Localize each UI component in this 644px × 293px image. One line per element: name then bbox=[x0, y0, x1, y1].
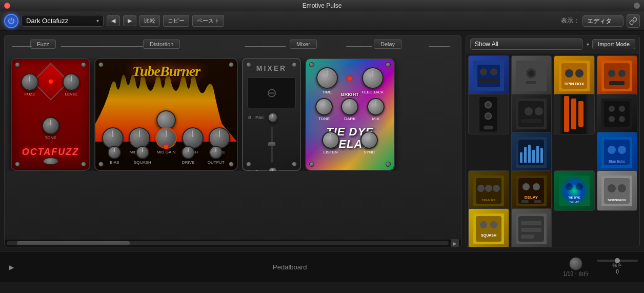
chain-labels: Fuzz Distortion Mixer Delay bbox=[5, 35, 461, 54]
td-tone-knob[interactable] bbox=[315, 98, 333, 115]
strength-thumb bbox=[615, 258, 620, 263]
thumbnail-compressor[interactable] bbox=[511, 208, 552, 247]
thumbnail-tall-dark[interactable] bbox=[554, 94, 595, 135]
tempo-knob[interactable] bbox=[569, 257, 582, 270]
fader-b-track[interactable] bbox=[271, 127, 273, 163]
link-button[interactable] bbox=[627, 14, 640, 28]
sync-knob[interactable] bbox=[360, 131, 378, 149]
output-knob[interactable] bbox=[209, 146, 223, 159]
mixer-pedal[interactable]: MIXER ⊖ B Pan A bbox=[242, 58, 301, 171]
show-all-select[interactable]: Show All bbox=[470, 38, 582, 50]
tone-knob[interactable] bbox=[42, 117, 59, 134]
squash-knob[interactable] bbox=[136, 146, 149, 159]
svg-rect-8 bbox=[526, 81, 536, 84]
svg-point-11 bbox=[565, 69, 573, 77]
copy-button[interactable]: コピー bbox=[163, 15, 189, 27]
thumbnail-blue-echo[interactable]: Blue Echo bbox=[597, 132, 638, 173]
bolt-bl bbox=[309, 162, 314, 167]
drive-knob[interactable] bbox=[182, 146, 195, 159]
bias-knob[interactable] bbox=[108, 146, 121, 159]
level-label: LEVEL bbox=[65, 92, 78, 96]
thumbnail-delay[interactable]: DELAY bbox=[511, 170, 552, 211]
import-mode-button[interactable]: Import Mode bbox=[592, 39, 635, 49]
pan-label-b: Pan bbox=[255, 115, 264, 120]
compare-button[interactable]: 比較 bbox=[139, 15, 160, 27]
next-preset-button[interactable]: ▶ bbox=[123, 15, 136, 26]
thumbnail-tiedye2[interactable]: TIE DYE DELAY bbox=[554, 170, 595, 211]
svg-rect-66 bbox=[521, 200, 529, 203]
thumbnail-gray[interactable] bbox=[511, 55, 552, 96]
thumbnail-black-tall[interactable] bbox=[468, 94, 509, 135]
thumbnail-spinbox[interactable]: SPIN BOX bbox=[554, 55, 595, 96]
svg-point-52 bbox=[608, 146, 616, 154]
close-button[interactable] bbox=[4, 3, 10, 9]
squash-label: SQUASH bbox=[134, 160, 151, 165]
minimize-button[interactable] bbox=[634, 3, 640, 9]
mixer-screen: ⊖ bbox=[247, 77, 296, 108]
strength-slider[interactable] bbox=[597, 260, 638, 262]
thumbnail-squash[interactable]: SQUASH bbox=[468, 208, 509, 247]
svg-text:DELAY: DELAY bbox=[569, 201, 579, 204]
svg-point-58 bbox=[485, 185, 492, 192]
output-label: OUTPUT bbox=[208, 160, 225, 165]
footswitch[interactable] bbox=[43, 158, 58, 165]
tempo-control: 1/10・自行 bbox=[564, 257, 589, 278]
listen-label: LISTEN bbox=[324, 150, 338, 154]
svg-text:Blue Echo: Blue Echo bbox=[609, 160, 625, 163]
mixer-icon: ⊖ bbox=[267, 86, 277, 100]
time-knob[interactable] bbox=[316, 67, 338, 89]
fader-b-area bbox=[243, 125, 300, 165]
svg-rect-49 bbox=[540, 148, 543, 163]
mix-knob[interactable] bbox=[367, 98, 385, 115]
pan-a-knob[interactable] bbox=[268, 167, 278, 171]
svg-rect-18 bbox=[609, 81, 625, 85]
title-bar: Emotive Pulse bbox=[0, 0, 644, 11]
mixer-chain-label: Mixer bbox=[290, 40, 317, 49]
thumbnail-dark1[interactable] bbox=[511, 94, 552, 135]
tubeburner-pedal[interactable]: TubeBurner bbox=[94, 58, 238, 171]
svg-rect-86 bbox=[521, 228, 541, 232]
octafuzz-pedal[interactable]: FUZZ LEVEL TONE OCTAFUZZ bbox=[11, 58, 90, 171]
svg-rect-37 bbox=[604, 101, 630, 127]
feedback-label: FEEDBACK bbox=[361, 90, 384, 94]
thumbnail-trifuzz[interactable]: TRI-FUZZ bbox=[468, 170, 509, 211]
thumbnail-vocoder[interactable] bbox=[468, 55, 509, 96]
tone-label: TONE bbox=[45, 135, 56, 140]
horizontal-scrollbar[interactable]: ▶ bbox=[5, 240, 461, 247]
feedback-knob[interactable] bbox=[362, 67, 384, 89]
svg-point-24 bbox=[486, 114, 491, 119]
view-select[interactable]: エディタ bbox=[582, 15, 623, 27]
right-panel-header: Show All ▾ Import Mode bbox=[466, 35, 639, 53]
svg-rect-33 bbox=[564, 96, 569, 132]
prev-preset-button[interactable]: ◀ bbox=[107, 15, 120, 26]
bolt-bl bbox=[246, 162, 251, 167]
svg-rect-67 bbox=[534, 200, 541, 203]
svg-point-70 bbox=[576, 183, 583, 190]
top-bar: Dark Octafuzz ▾ ◀ ▶ 比較 コピー ペースト 表示： エディタ bbox=[0, 11, 644, 31]
thumbnail-springbox[interactable]: SPRINGBOX bbox=[597, 170, 638, 211]
pan-b-knob[interactable] bbox=[268, 112, 278, 123]
play-button[interactable]: ▶ bbox=[6, 262, 16, 272]
scroll-right-button[interactable]: ▶ bbox=[451, 239, 459, 247]
tiedye-pedal[interactable]: TIME FEEDBACK BRIGHT TONE bbox=[305, 58, 395, 171]
listen-knob[interactable] bbox=[322, 131, 339, 149]
thumbnail-dark2[interactable] bbox=[597, 94, 638, 135]
paste-button[interactable]: ペースト bbox=[192, 15, 224, 27]
tiedye-led bbox=[348, 76, 352, 81]
svg-rect-34 bbox=[571, 99, 576, 129]
thumbnail-orange[interactable] bbox=[597, 55, 638, 96]
svg-point-81 bbox=[490, 221, 497, 228]
fuzz-label: FUZZ bbox=[25, 92, 35, 96]
level-knob[interactable] bbox=[63, 73, 80, 91]
preset-name-field[interactable]: Dark Octafuzz ▾ bbox=[22, 15, 104, 27]
fuzz-knob[interactable] bbox=[21, 73, 38, 91]
svg-rect-46 bbox=[528, 145, 531, 163]
thumbnail-eq[interactable] bbox=[511, 132, 552, 173]
svg-point-3 bbox=[490, 68, 497, 75]
dark-knob[interactable] bbox=[341, 98, 358, 115]
power-button[interactable] bbox=[4, 14, 18, 28]
scroll-thumb[interactable] bbox=[17, 241, 130, 245]
octafuzz-level-group: LEVEL bbox=[63, 73, 80, 96]
tubeburner-bottom-knobs: BIAS SQUASH DRIVE OUTPUT bbox=[95, 146, 237, 165]
bolt-br bbox=[292, 162, 297, 167]
